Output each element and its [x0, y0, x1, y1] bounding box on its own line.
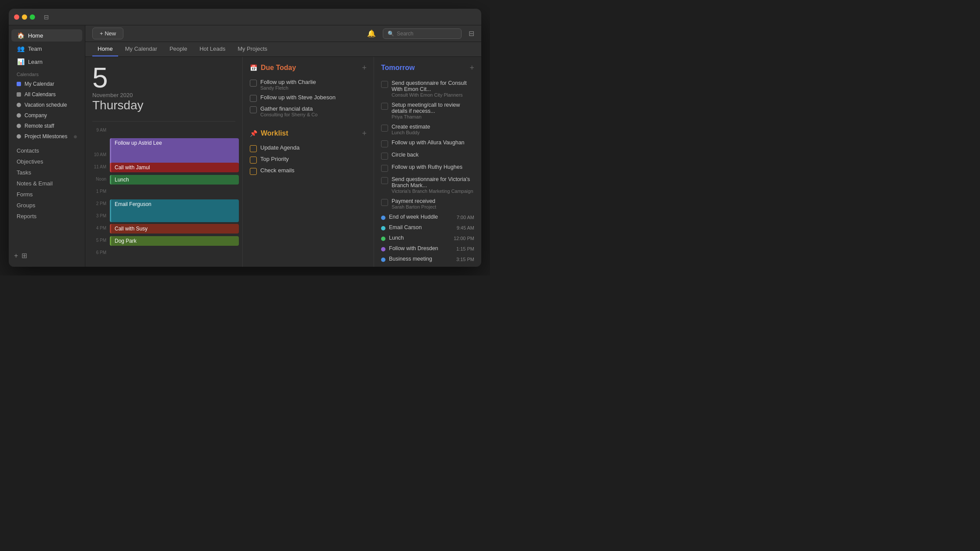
timed-title-4: Business meeting	[389, 256, 432, 262]
sidebar-item-learn[interactable]: 📊 Learn	[11, 56, 82, 68]
project-milestones-label: Project Milestones	[24, 133, 67, 139]
sidebar-link-notes-email[interactable]: Notes & Email	[9, 178, 85, 189]
sidebar-toggle-icon[interactable]: ⊟	[44, 14, 49, 21]
tomorrow-checkbox-6[interactable]	[381, 177, 388, 184]
sidebar-link-objectives[interactable]: Objectives	[9, 156, 85, 167]
tomorrow-checkbox-7[interactable]	[381, 199, 388, 206]
home-icon: 🏠	[17, 32, 24, 39]
sidebar-calendar-company[interactable]: Company	[11, 111, 82, 120]
tomorrow-subtitle-7: Sarah Barton Project	[392, 204, 474, 209]
tomorrow-timed-0: End of week Huddle 7:00 AM	[381, 212, 474, 222]
tab-my-projects[interactable]: My Projects	[232, 42, 273, 56]
tomorrow-title-0: Send questionnaire for Consult With Emon…	[392, 80, 474, 92]
new-button[interactable]: + New	[92, 28, 123, 39]
nav-tabs: Home My Calendar People Hot Leads My Pro…	[85, 42, 481, 57]
remote-staff-label: Remote staff	[24, 123, 54, 129]
event-call-with-susy[interactable]: Call with Susy	[110, 224, 239, 234]
due-today-add-button[interactable]: +	[362, 64, 367, 72]
task-checkbox-financial[interactable]	[250, 106, 257, 113]
sidebar-calendar-all-calendars[interactable]: All Calendars	[11, 90, 82, 99]
tomorrow-checkbox-2[interactable]	[381, 125, 388, 132]
time-slot-9am: 9 AM	[85, 125, 242, 137]
tomorrow-item-6: Send questionnaire for Victoria's Branch…	[381, 174, 474, 196]
time-slot-6pm: 6 PM	[85, 248, 242, 260]
sidebar-link-forms[interactable]: Forms	[9, 189, 85, 200]
main-content: + New 🔔 🔍 ⊟ Home My Calendar People Hot …	[85, 25, 481, 267]
tomorrow-panel: Tomorrow + Send questionnaire for Consul…	[374, 57, 481, 267]
maximize-button[interactable]	[30, 14, 35, 20]
time-label-4pm: 4 PM	[89, 224, 106, 230]
tomorrow-title-7: Payment received	[392, 198, 474, 204]
traffic-lights	[14, 14, 35, 20]
worklist-checkbox-agenda[interactable]	[250, 145, 257, 152]
sidebar-link-reports[interactable]: Reports	[9, 211, 85, 222]
sidebar-calendar-my-calendar[interactable]: My Calendar	[11, 79, 82, 89]
time-slot-3pm: 3 PM	[85, 211, 242, 223]
all-calendars-icon	[17, 92, 21, 97]
worklist-title-agenda: Update Agenda	[260, 144, 367, 151]
worklist-header: 📌 Worklist +	[250, 129, 367, 137]
time-label-1pm: 1 PM	[89, 187, 106, 194]
layout-toggle-icon[interactable]: ⊟	[469, 29, 474, 38]
time-label-11am: 11 AM	[89, 163, 106, 169]
tomorrow-add-button[interactable]: +	[469, 64, 474, 72]
tab-people[interactable]: People	[164, 42, 192, 56]
worklist-checkbox-priority[interactable]	[250, 157, 257, 164]
tomorrow-timed-3: Follow with Dresden 1:15 PM	[381, 243, 474, 254]
time-label-5pm: 5 PM	[89, 236, 106, 243]
due-today-section: 📅 Due Today + Follow up with Charlie San…	[250, 64, 367, 119]
task-subtitle-charlie: Sandy Fletch	[260, 85, 367, 91]
event-lunch[interactable]: Lunch	[110, 175, 239, 185]
time-slot-noon: Noon Lunch	[85, 174, 242, 186]
remote-staff-icon	[17, 124, 21, 128]
bell-icon[interactable]: 🔔	[367, 29, 376, 38]
sidebar-item-team[interactable]: 👥 Team	[11, 42, 82, 55]
sidebar-calendar-project-milestones[interactable]: Project Milestones ⊕	[11, 132, 82, 141]
worklist-add-button[interactable]: +	[362, 129, 367, 137]
tab-home[interactable]: Home	[92, 42, 118, 56]
calendars-label: Calendars	[9, 68, 85, 79]
time-slot-11am: 11 AM Call with Jamul	[85, 162, 242, 174]
my-calendar-icon	[17, 82, 21, 86]
sidebar-calendar-vacation[interactable]: Vacation schedule	[11, 100, 82, 110]
task-checkbox-charlie[interactable]	[250, 80, 257, 87]
add-calendar-button[interactable]: +	[14, 252, 18, 260]
sidebar-calendar-remote-staff[interactable]: Remote staff	[11, 121, 82, 131]
search-input[interactable]	[397, 31, 457, 37]
event-call-with-jamul[interactable]: Call with Jamul	[110, 163, 239, 172]
tomorrow-checkbox-1[interactable]	[381, 103, 388, 110]
time-slot-1pm: 1 PM	[85, 186, 242, 199]
tomorrow-title-6: Send questionnaire for Victoria's Branch…	[392, 176, 474, 188]
calendar-grid-button[interactable]: ⊞	[21, 251, 27, 260]
sidebar-item-home[interactable]: 🏠 Home	[11, 29, 82, 42]
tomorrow-checkbox-5[interactable]	[381, 165, 388, 172]
worklist-checkbox-emails[interactable]	[250, 168, 257, 175]
tomorrow-title: Tomorrow	[381, 64, 415, 72]
tab-hot-leads[interactable]: Hot Leads	[194, 42, 231, 56]
tomorrow-checkbox-3[interactable]	[381, 140, 388, 147]
title-bar: ⊟	[9, 9, 481, 25]
tomorrow-checkbox-4[interactable]	[381, 153, 388, 160]
due-today-icon: 📅	[250, 64, 257, 71]
task-checkbox-steve[interactable]	[250, 95, 257, 102]
close-button[interactable]	[14, 14, 19, 20]
tomorrow-item-5: Follow up with Ruthy Hughes	[381, 162, 474, 174]
sidebar-link-contacts[interactable]: Contacts	[9, 145, 85, 156]
task-subtitle-financial: Consulting for Sherry & Co	[260, 112, 367, 117]
sidebar-link-groups[interactable]: Groups	[9, 200, 85, 211]
timed-title-1: Email Carson	[389, 224, 422, 230]
task-title-steve: Follow up with Steve Jobeson	[260, 94, 367, 101]
minimize-button[interactable]	[22, 14, 27, 20]
date-header: 5 November 2020 Thursday	[85, 64, 242, 118]
task-title-financial: Gather financial data	[260, 105, 367, 112]
tab-my-calendar[interactable]: My Calendar	[120, 42, 163, 56]
date-month-year: November 2020	[92, 92, 235, 98]
tomorrow-subtitle-2: Lunch Buddy	[392, 130, 474, 135]
middle-panel: 📅 Due Today + Follow up with Charlie San…	[243, 57, 374, 267]
event-dog-park[interactable]: Dog Park	[110, 236, 239, 246]
tomorrow-checkbox-0[interactable]	[381, 81, 388, 88]
sidebar-bottom: + ⊞	[9, 248, 85, 263]
sidebar-link-tasks[interactable]: Tasks	[9, 167, 85, 178]
sidebar-item-team-label: Team	[28, 45, 42, 52]
worklist-section: 📌 Worklist + Update Agenda	[250, 129, 367, 177]
